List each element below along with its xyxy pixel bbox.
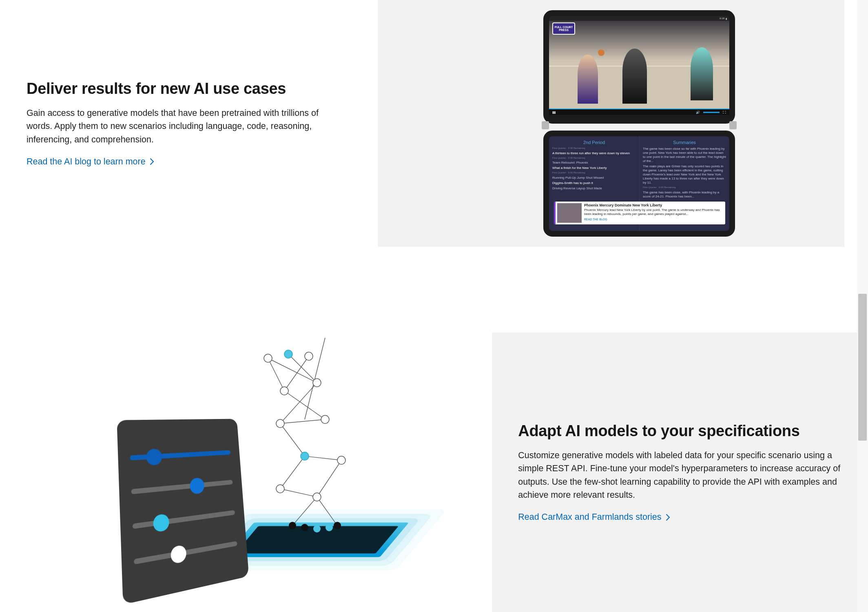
device-hinge (542, 121, 549, 129)
read-customer-stories-link-label: Read CarMax and Farmlands stories (518, 512, 661, 522)
dual-screen-device-illustration: 6:18 ▮ FULL COURT PRESS ▮▮ 🔊 ⛶ (539, 10, 739, 237)
svg-point-23 (337, 456, 345, 464)
svg-point-25 (313, 493, 321, 501)
player-figure (691, 47, 713, 100)
neural-network-graph-icon (244, 338, 390, 550)
slider-3 (128, 503, 239, 536)
read-ai-blog-link[interactable]: Read the AI blog to learn more (27, 157, 340, 167)
section-2-heading: Adapt AI models to your specifications (518, 422, 844, 440)
section-1-heading: Deliver results for new AI use cases (27, 80, 340, 98)
volume-bar (703, 112, 720, 113)
read-customer-stories-link[interactable]: Read CarMax and Farmlands stories (518, 512, 844, 522)
read-ai-blog-link-label: Read the AI blog to learn more (27, 157, 146, 167)
device-status-bar: 6:18 ▮ (549, 16, 729, 21)
basketball-icon (598, 49, 604, 56)
full-court-press-logo: FULL COURT PRESS (552, 22, 575, 35)
video-player-frame: FULL COURT PRESS (549, 21, 729, 109)
svg-line-6 (280, 419, 325, 424)
slider-1 (125, 443, 234, 466)
svg-point-16 (284, 350, 292, 358)
svg-line-14 (317, 497, 337, 526)
status-time: 6:18 (720, 17, 724, 20)
svg-point-15 (264, 354, 272, 362)
svg-line-4 (284, 391, 325, 419)
svg-point-17 (305, 352, 313, 360)
svg-line-9 (305, 456, 341, 460)
svg-point-21 (321, 415, 329, 424)
device-bottom-screen: 2nd Period First Quarter · 0:00 Remainin… (543, 131, 735, 237)
svg-line-13 (292, 497, 317, 526)
section-1-body: Gain access to generative models that ha… (27, 106, 340, 146)
blog-card-cta: READ THE BLOG (584, 217, 724, 221)
svg-point-20 (276, 419, 284, 428)
device-hinge (729, 121, 737, 129)
svg-line-3 (284, 356, 309, 391)
summaries-heading: Summaries (643, 140, 726, 145)
svg-point-29 (326, 524, 333, 531)
volume-icon: 🔊 (696, 111, 700, 114)
section-adapt-models: Adapt AI models to your specifications C… (0, 247, 868, 612)
player-figure (578, 55, 598, 104)
svg-line-10 (280, 456, 305, 489)
slider-2 (126, 472, 236, 500)
plays-heading: 2nd Period (552, 140, 636, 145)
svg-point-27 (301, 524, 308, 531)
blog-card-thumbnail (557, 203, 582, 223)
section-1-text-column: Deliver results for new AI use cases Gai… (0, 0, 434, 247)
svg-point-26 (289, 522, 296, 529)
blog-card: Phoenix Mercury Dominate New York Libert… (554, 202, 725, 224)
svg-line-12 (280, 489, 317, 497)
status-signal-icon: ▮ (726, 17, 727, 20)
blog-card-body: Phoenix Mercury lead New York Liberty by… (584, 208, 724, 217)
svg-point-28 (313, 525, 321, 532)
blog-card-title: Phoenix Mercury Dominate New York Libert… (584, 203, 724, 208)
slider-4 (129, 533, 241, 572)
svg-line-7 (305, 338, 325, 419)
section-2-image-column (0, 247, 503, 612)
neural-network-illustration (105, 326, 399, 603)
chevron-right-icon (666, 514, 671, 521)
svg-line-8 (280, 424, 305, 456)
device-top-screen: 6:18 ▮ FULL COURT PRESS ▮▮ 🔊 ⛶ (543, 10, 735, 124)
svg-line-11 (317, 460, 341, 497)
slider-panel (117, 419, 249, 604)
chevron-right-icon (150, 158, 155, 165)
svg-line-2 (288, 354, 317, 383)
svg-point-19 (313, 379, 321, 387)
svg-line-1 (268, 358, 284, 391)
section-deliver-results: Deliver results for new AI use cases Gai… (0, 0, 868, 247)
svg-point-30 (334, 522, 341, 529)
section-1-image-column: 6:18 ▮ FULL COURT PRESS ▮▮ 🔊 ⛶ (434, 0, 868, 247)
section-2-text-column: Adapt AI models to your specifications C… (503, 247, 868, 612)
video-controls-bar: ▮▮ 🔊 ⛶ (549, 109, 729, 115)
svg-point-18 (280, 387, 288, 395)
fullscreen-icon: ⛶ (723, 111, 726, 114)
pause-icon: ▮▮ (552, 111, 556, 114)
svg-point-24 (276, 485, 284, 493)
referee-figure (622, 49, 647, 104)
svg-point-22 (301, 452, 309, 460)
section-2-body: Customize generative models with labeled… (518, 449, 844, 501)
